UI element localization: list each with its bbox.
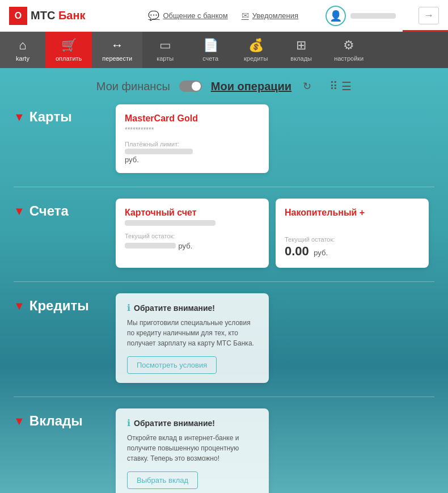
vklady-notice-btn[interactable]: Выбрать вклад bbox=[127, 471, 198, 489]
card-account-balance: руб. bbox=[125, 241, 260, 251]
credits-icon: 💰 bbox=[248, 38, 264, 53]
section-kredity-label: ▼ Кредиты bbox=[14, 293, 116, 314]
kredity-chevron[interactable]: ▼ bbox=[14, 300, 25, 313]
finance-label: Мои финансы bbox=[96, 80, 170, 93]
card-account-balance-label: Текущий остаток: bbox=[125, 233, 260, 239]
savings-balance-zero: 0.00 bbox=[285, 244, 309, 258]
vklady-notice-text: Откройте вклад в интернет-банке и получи… bbox=[127, 433, 257, 463]
section-karty-label: ▼ Карты bbox=[14, 104, 116, 125]
nav-item-home[interactable]: ⌂ karty bbox=[0, 32, 45, 68]
vklady-notice-title: Обратите внимание! bbox=[134, 419, 215, 428]
vklady-notice-title-row: ℹ Обратите внимание! bbox=[127, 418, 257, 428]
scheta-cards: Карточный счет Текущий остаток: руб. Нак… bbox=[116, 199, 434, 268]
header-divider bbox=[403, 30, 448, 32]
header-links: 💬 Общение с банком ✉ Уведомления 👤 → bbox=[148, 6, 439, 26]
divider-1 bbox=[14, 187, 434, 187]
header: О МТС Банк 💬 Общение с банком ✉ Уведомле… bbox=[0, 0, 448, 32]
toggle-switch[interactable] bbox=[179, 81, 202, 92]
savings-balance-unit: руб. bbox=[314, 248, 328, 257]
karty-chevron[interactable]: ▼ bbox=[14, 111, 25, 124]
vklady-chevron[interactable]: ▼ bbox=[14, 415, 25, 428]
exit-button[interactable]: → bbox=[419, 7, 439, 24]
section-karty: ▼ Карты MasterCard Gold *********** Плат… bbox=[14, 104, 434, 173]
nav-item-pay[interactable]: 🛒 оплатить bbox=[45, 32, 92, 68]
deposits-icon: ⊞ bbox=[296, 38, 306, 53]
main-content: Мои финансы Мои операции ↻ ⠿ ☰ ▼ Карты M… bbox=[0, 68, 448, 493]
kredity-notice-text: Мы приготовили специальные условия по кр… bbox=[127, 318, 257, 348]
cards-icon: ▭ bbox=[159, 38, 171, 53]
logo: О МТС Банк bbox=[9, 7, 85, 25]
nav-item-deposits[interactable]: ⊞ вклады bbox=[278, 32, 324, 68]
card-limit-value: руб. bbox=[125, 155, 260, 164]
account-balance-bar bbox=[125, 243, 176, 248]
notifications-link[interactable]: ✉ Уведомления bbox=[242, 10, 298, 21]
scheta-title: Счета bbox=[29, 203, 69, 219]
view-toggle-row: Мои финансы Мои операции ↻ ⠿ ☰ bbox=[14, 79, 434, 93]
list-icon[interactable]: ☰ bbox=[341, 79, 352, 93]
nav-item-transfer[interactable]: ↔ перевести bbox=[92, 32, 142, 68]
main-nav: ⌂ karty 🛒 оплатить ↔ перевести ▭ карты 📄… bbox=[0, 32, 448, 68]
vklady-notice: ℹ Обратите внимание! Откройте вклад в ин… bbox=[116, 408, 269, 493]
nav-item-credits[interactable]: 💰 кредиты bbox=[233, 32, 278, 68]
section-vklady-label: ▼ Вклады bbox=[14, 408, 116, 429]
section-vklady: ▼ Вклады ℹ Обратите внимание! Откройте в… bbox=[14, 408, 434, 493]
grid-icon[interactable]: ⠿ bbox=[329, 79, 338, 93]
chat-icon: 💬 bbox=[148, 10, 159, 21]
section-kredity: ▼ Кредиты ℹ Обратите внимание! Мы пригот… bbox=[14, 293, 434, 383]
user-name bbox=[350, 13, 396, 19]
avatar[interactable]: 👤 bbox=[326, 6, 346, 26]
kredity-notice-btn[interactable]: Посмотреть условия bbox=[127, 356, 217, 374]
kredity-notice-title: Обратите внимание! bbox=[134, 304, 215, 313]
account-number-bar bbox=[125, 220, 215, 226]
card-account[interactable]: Карточный счет Текущий остаток: руб. bbox=[116, 199, 269, 268]
accounts-icon: 📄 bbox=[203, 38, 218, 53]
card-mc-gold-number: *********** bbox=[125, 126, 260, 134]
transfer-icon: ↔ bbox=[111, 38, 124, 53]
vklady-cards: ℹ Обратите внимание! Откройте вклад в ин… bbox=[116, 408, 434, 493]
card-account-balance-value: руб. bbox=[178, 242, 192, 250]
karty-title: Карты bbox=[29, 109, 72, 125]
card-savings-plus[interactable]: Накопительный + Текущий остаток: 0.00 ру… bbox=[276, 199, 429, 268]
nav-item-settings[interactable]: ⚙ настройки bbox=[324, 32, 374, 68]
info-icon-kredity: ℹ bbox=[127, 302, 130, 313]
chat-link[interactable]: 💬 Общение с банком bbox=[148, 10, 227, 21]
logo-brand: МТС Банк bbox=[31, 9, 85, 22]
kredity-title: Кредиты bbox=[29, 298, 89, 314]
info-icon-vklady: ℹ bbox=[127, 418, 130, 428]
section-scheta: ▼ Счета Карточный счет Текущий остаток: … bbox=[14, 199, 434, 268]
vklady-title: Вклады bbox=[29, 413, 83, 429]
nav-item-cards[interactable]: ▭ карты bbox=[142, 32, 188, 68]
settings-icon: ⚙ bbox=[343, 38, 354, 53]
savings-balance-label: Текущий остаток: bbox=[285, 236, 420, 243]
kredity-notice: ℹ Обратите внимание! Мы приготовили спец… bbox=[116, 293, 269, 383]
karty-cards: MasterCard Gold *********** Платёжный ли… bbox=[116, 104, 434, 173]
card-account-name: Карточный счет bbox=[125, 208, 260, 218]
mail-icon: ✉ bbox=[242, 10, 249, 21]
card-limit-bar bbox=[125, 149, 193, 154]
refresh-icon[interactable]: ↻ bbox=[303, 80, 311, 92]
operations-label[interactable]: Мои операции bbox=[211, 80, 291, 93]
logo-icon: О bbox=[9, 7, 27, 25]
view-icons: ⠿ ☰ bbox=[329, 79, 352, 93]
card-mc-gold-name: MasterCard Gold bbox=[125, 113, 260, 124]
scheta-chevron[interactable]: ▼ bbox=[14, 205, 25, 218]
savings-plus-name: Накопительный + bbox=[285, 208, 420, 218]
pay-icon: 🛒 bbox=[61, 38, 77, 53]
savings-balance-row: 0.00 руб. bbox=[285, 244, 420, 259]
user-area: 👤 bbox=[326, 6, 396, 26]
card-limit-label: Платёжный лимит: bbox=[125, 141, 260, 148]
nav-item-accounts[interactable]: 📄 счета bbox=[188, 32, 233, 68]
kredity-notice-title-row: ℹ Обратите внимание! bbox=[127, 302, 257, 313]
divider-2 bbox=[14, 281, 434, 282]
home-icon: ⌂ bbox=[19, 38, 26, 53]
section-scheta-label: ▼ Счета bbox=[14, 199, 116, 219]
divider-3 bbox=[14, 397, 434, 397]
card-mc-gold[interactable]: MasterCard Gold *********** Платёжный ли… bbox=[116, 104, 269, 173]
kredity-cards: ℹ Обратите внимание! Мы приготовили спец… bbox=[116, 293, 434, 383]
